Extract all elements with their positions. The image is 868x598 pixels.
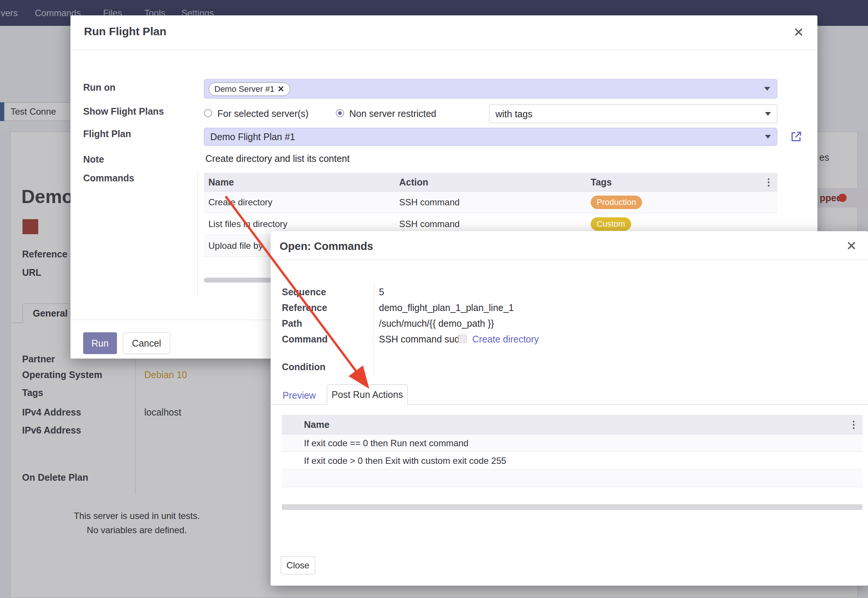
col-name[interactable]: Name <box>208 177 234 188</box>
radio-non-server-restricted-label[interactable]: Non server restricted <box>349 108 436 119</box>
run-on-field[interactable]: Demo Server #1✕ <box>204 79 777 99</box>
condition-label: Condition <box>282 362 326 372</box>
radio-selected-servers-label[interactable]: For selected server(s) <box>217 108 308 119</box>
tab-preview[interactable]: Preview <box>283 390 316 401</box>
show-flight-plans-label: Show Flight Plans <box>83 106 164 117</box>
table-row[interactable]: If exit code > 0 then Exit with custom e… <box>282 452 862 469</box>
note-label: Note <box>83 154 104 165</box>
col-action[interactable]: Action <box>399 177 428 188</box>
row-name: If exit code == 0 then Run next command <box>304 438 468 448</box>
radio-dot-icon <box>338 111 342 115</box>
col-name[interactable]: Name <box>304 419 329 430</box>
col-tags[interactable]: Tags <box>591 177 612 188</box>
radio-selected-servers[interactable] <box>204 109 212 117</box>
column-options-icon[interactable]: ⋮ <box>764 176 774 188</box>
group-divider <box>198 173 198 296</box>
cancel-button[interactable]: Cancel <box>123 332 170 354</box>
chevron-down-icon[interactable] <box>765 112 771 116</box>
run-modal-title: Run Flight Plan <box>84 25 166 38</box>
sequence-value[interactable]: 5 <box>379 287 384 298</box>
commands-modal-title: Open: Commands <box>280 240 373 253</box>
commands-table-header: Name Action Tags ⋮ <box>204 173 777 191</box>
row-name: Create directory <box>208 197 272 208</box>
flight-plan-label: Flight Plan <box>83 129 131 139</box>
with-tags-value: with tags <box>495 109 533 120</box>
table-row-empty[interactable] <box>282 469 862 487</box>
flight-plan-select[interactable]: Demo Flight Plan #1 <box>204 128 777 146</box>
external-link-icon[interactable] <box>789 130 803 144</box>
header-divider <box>271 260 868 260</box>
command-value: SSH command sudo <box>379 334 465 345</box>
sequence-label: Sequence <box>282 287 326 298</box>
horizontal-scrollbar[interactable] <box>282 504 862 510</box>
radio-non-server-restricted[interactable] <box>336 109 344 117</box>
row-name: Upload file by <box>208 241 263 251</box>
run-on-label: Run on <box>83 82 115 93</box>
command-checkbox[interactable] <box>458 335 467 343</box>
reference-label: Reference <box>282 302 327 313</box>
app-root: { "navbar": { "items": [ { "label": "ver… <box>0 0 868 598</box>
server-tag[interactable]: Demo Server #1✕ <box>209 82 290 96</box>
field-column-divider <box>374 284 374 375</box>
row-name: If exit code > 0 then Exit with custom e… <box>304 456 506 466</box>
header-divider <box>70 50 817 50</box>
commands-label: Commands <box>83 173 134 184</box>
note-value: Create directory and list its content <box>205 153 350 164</box>
run-button[interactable]: Run <box>83 332 117 354</box>
flight-plan-value: Demo Flight Plan #1 <box>210 132 295 142</box>
close-icon[interactable]: ✕ <box>846 239 857 252</box>
path-value[interactable]: /such/much/{{ demo_path }} <box>379 318 494 329</box>
command-label: Command <box>282 334 328 345</box>
remove-tag-icon[interactable]: ✕ <box>277 84 284 94</box>
reference-value[interactable]: demo_flight_plan_1_plan_line_1 <box>379 302 514 313</box>
server-tag-label: Demo Server #1 <box>214 84 274 94</box>
close-icon[interactable]: ✕ <box>793 26 804 39</box>
row-tag-badge: Production <box>591 196 642 209</box>
table-row[interactable]: Create directory SSH command Production <box>204 191 777 213</box>
table-row[interactable]: If exit code == 0 then Run next command <box>282 434 862 452</box>
column-options-icon[interactable]: ⋮ <box>849 419 859 431</box>
command-link[interactable]: Create directory <box>472 334 539 345</box>
tab-post-run-actions[interactable]: Post Run Actions <box>327 384 408 405</box>
close-button[interactable]: Close <box>281 556 315 574</box>
chevron-down-icon[interactable] <box>765 135 771 139</box>
path-label: Path <box>282 318 302 329</box>
row-action: SSH command <box>399 219 459 229</box>
row-action: SSH command <box>399 197 459 208</box>
actions-table-header: Name ⋮ <box>282 415 862 434</box>
row-name: List files in directory <box>208 219 287 229</box>
with-tags-select[interactable]: with tags <box>489 105 777 123</box>
row-tag-badge: Custom <box>591 217 631 231</box>
chevron-down-icon[interactable] <box>764 87 770 91</box>
open-commands-modal: Open: Commands ✕ Sequence 5 Reference de… <box>271 231 868 586</box>
